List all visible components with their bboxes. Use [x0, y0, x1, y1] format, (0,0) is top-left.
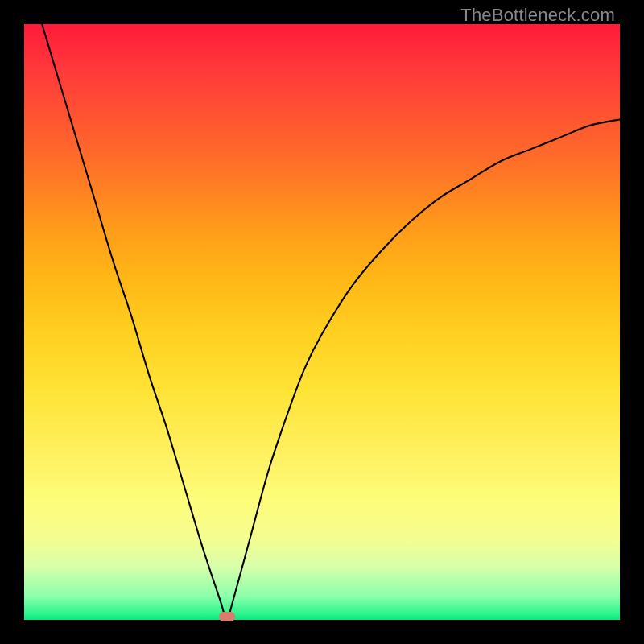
plot-area [24, 24, 620, 620]
chart-frame: TheBottleneck.com [0, 0, 644, 644]
watermark-text: TheBottleneck.com [460, 5, 615, 26]
minimum-marker-icon [219, 612, 235, 621]
bottleneck-curve [24, 24, 620, 620]
